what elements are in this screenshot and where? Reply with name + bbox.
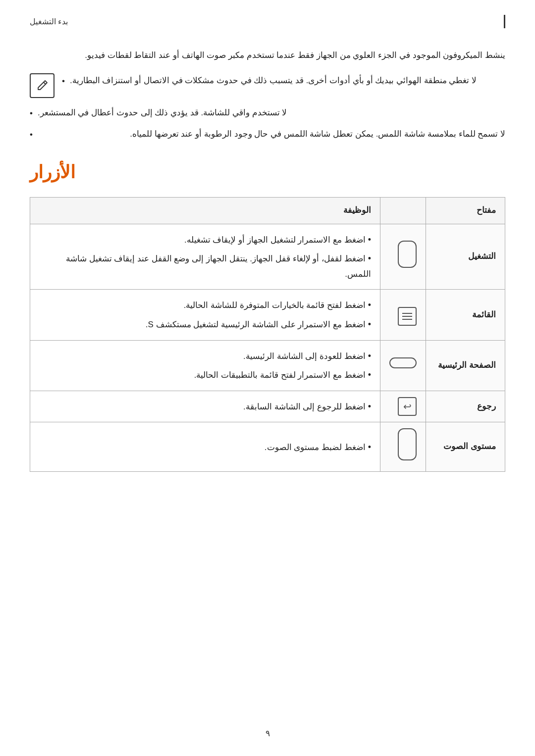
table-row: مستوى الصوت اضغط لضبط مستوى الصوت. (30, 422, 505, 472)
icon-home-cell (380, 340, 426, 391)
icon-menu-cell (380, 290, 426, 340)
menu-line-1 (402, 313, 412, 314)
back-icon: ↩ (398, 397, 417, 416)
menu-icon (398, 307, 417, 326)
header-bar: بدء التشغيل (30, 15, 505, 28)
bullet-dot-2: • (30, 106, 33, 121)
bullet-icon-area-1: لا تغطي منطقة الهوائي بيديك أو بأي أدوات… (62, 73, 477, 89)
header-title: بدء التشغيل (30, 15, 68, 28)
func-volume: اضغط لضبط مستوى الصوت. (30, 422, 380, 472)
table-row: القائمة اضغط لفتح قائمة بالخيارات المتوف… (30, 290, 505, 340)
menu-line-3 (402, 319, 412, 320)
col-icon-header (380, 197, 426, 224)
icon-back-cell: ↩ (380, 391, 426, 422)
col-key-header: مفتاح (426, 197, 505, 224)
key-power: التشغيل (426, 224, 505, 290)
func-power-item-1: اضغط مع الاستمرار لتشغيل الجهاز أو لإيقا… (39, 230, 371, 250)
key-home: الصفحة الرئيسية (426, 340, 505, 391)
table-body: التشغيل اضغط مع الاستمرار لتشغيل الجهاز … (30, 224, 505, 472)
func-home-list: اضغط للعودة إلى الشاشة الرئيسية. اضغط مع… (39, 347, 371, 385)
table-row: التشغيل اضغط مع الاستمرار لتشغيل الجهاز … (30, 224, 505, 290)
bullet-text-3: لا تسمح للماء بملامسة شاشة اللمس. يمكن ت… (40, 127, 505, 142)
func-power-list: اضغط مع الاستمرار لتشغيل الجهاز أو لإيقا… (39, 230, 371, 284)
pencil-icon (30, 73, 54, 98)
func-volume-item-1: اضغط لضبط مستوى الصوت. (39, 438, 371, 457)
key-back: رجوع (426, 391, 505, 422)
page-container: بدء التشغيل ينشط الميكروفون الموجود في ا… (0, 0, 535, 756)
bullet-text-2: لا تستخدم واقي للشاشة. قد يؤدي ذلك إلى ح… (38, 105, 287, 121)
func-back: اضغط للرجوع إلى الشاشة السابقة. (30, 391, 380, 422)
key-menu: القائمة (426, 290, 505, 340)
section-heading: الأزرار (30, 157, 505, 187)
bullet-section: لا تغطي منطقة الهوائي بيديك أو بأي أدوات… (30, 73, 505, 142)
bullet-dot-1: • (62, 74, 65, 89)
bullet-item-2: لا تستخدم واقي للشاشة. قد يؤدي ذلك إلى ح… (30, 105, 505, 121)
func-back-list: اضغط للرجوع إلى الشاشة السابقة. (39, 397, 371, 416)
func-menu-item-1: اضغط لفتح قائمة بالخيارات المتوفرة للشاش… (39, 296, 371, 315)
key-volume: مستوى الصوت (426, 422, 505, 472)
volume-icon (398, 428, 417, 460)
bullet-item-3: لا تسمح للماء بملامسة شاشة اللمس. يمكن ت… (30, 127, 505, 142)
bullet-dot-3: • (30, 128, 33, 142)
func-menu-list: اضغط لفتح قائمة بالخيارات المتوفرة للشاش… (39, 296, 371, 334)
intro-paragraph: ينشط الميكروفون الموجود في الجزء العلوي … (30, 48, 505, 63)
func-home-item-1: اضغط للعودة إلى الشاشة الرئيسية. (39, 347, 371, 366)
table-header-row: مفتاح الوظيفة (30, 197, 505, 224)
func-home-item-2: اضغط مع الاستمرار لفتح قائمة بالتطبيقات … (39, 365, 371, 385)
page-number: ٩ (266, 727, 270, 741)
menu-line-2 (402, 316, 412, 317)
func-menu-item-2: اضغط مع الاستمرار على الشاشة الرئيسية لت… (39, 315, 371, 334)
func-volume-list: اضغط لضبط مستوى الصوت. (39, 438, 371, 457)
power-icon (398, 241, 417, 268)
func-power: اضغط مع الاستمرار لتشغيل الجهاز أو لإيقا… (30, 224, 380, 290)
col-func-header: الوظيفة (30, 197, 380, 224)
icon-power-cell (380, 224, 426, 290)
func-back-item-1: اضغط للرجوع إلى الشاشة السابقة. (39, 397, 371, 416)
home-icon (389, 357, 417, 368)
func-menu: اضغط لفتح قائمة بالخيارات المتوفرة للشاش… (30, 290, 380, 340)
icon-volume-cell (380, 422, 426, 472)
bullet-text-1: لا تغطي منطقة الهوائي بيديك أو بأي أدوات… (70, 73, 477, 89)
table-row: الصفحة الرئيسية اضغط للعودة إلى الشاشة ا… (30, 340, 505, 391)
buttons-table: مفتاح الوظيفة التشغيل اضغط مع الاستمرار … (30, 197, 505, 472)
func-home: اضغط للعودة إلى الشاشة الرئيسية. اضغط مع… (30, 340, 380, 391)
table-row: رجوع ↩ اضغط للرجوع إلى الشاشة السابقة. (30, 391, 505, 422)
func-power-item-2: اضغط لقفل، أو لإلغاء قفل الجهاز. ينتقل ا… (39, 249, 371, 283)
bullet-item-1: لا تغطي منطقة الهوائي بيديك أو بأي أدوات… (30, 73, 505, 98)
